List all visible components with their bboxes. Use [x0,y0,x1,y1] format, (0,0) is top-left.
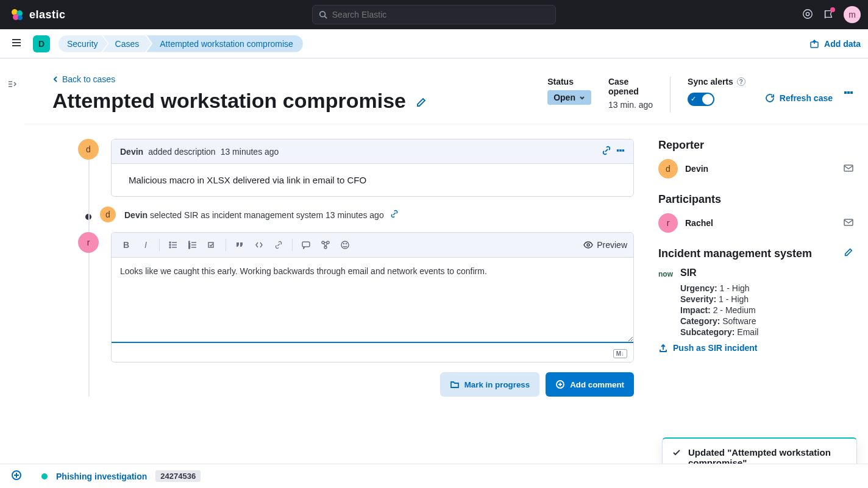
search-wrap [73,5,795,24]
help-icon[interactable] [802,9,813,21]
eye-icon [583,240,593,250]
status-dropdown[interactable]: Open [547,90,591,105]
svg-text:3: 3 [188,246,190,249]
toolbar-divider [226,239,226,251]
ims-details: SIR Urgency: 1 - High Severity: 1 - High… [680,267,758,338]
status-block: Status Open [547,77,591,105]
avatar: r [78,232,99,253]
list-ul-icon [169,241,177,249]
copy-link-button[interactable] [602,146,611,157]
ims-heading-text: Incident management system [658,247,812,260]
comment-editor: B I 123 [111,232,634,362]
refresh-case-button[interactable]: Refresh case [765,93,833,103]
mark-in-progress-button[interactable]: Mark in progress [440,372,539,397]
user-avatar[interactable]: m [844,6,861,23]
svg-rect-19 [619,149,622,152]
secondbar: D Security Cases Attempted workstation c… [0,29,868,58]
breadcrumb-current: Attempted workstation compromise [146,35,303,52]
chevron-down-icon [579,94,585,101]
ul-button[interactable] [165,236,182,253]
mark-label: Mark in progress [464,380,530,389]
comment-button[interactable] [297,236,315,253]
sync-toggle[interactable]: ✓ [688,93,714,106]
time-text: 13 minutes ago [221,147,279,157]
svg-rect-17 [850,91,853,94]
nav-toggle-button[interactable] [7,34,26,54]
bold-button[interactable]: B [118,236,135,253]
action-text: added description [148,147,216,157]
reporter-section: Reporter d Devin [658,139,853,179]
search-input[interactable] [332,10,549,19]
status-label: Status [547,77,591,87]
svg-point-39 [344,244,344,244]
quote-icon [235,241,244,249]
timeline-item-description: d Devin added description 13 minutes ago [52,139,634,197]
add-data-button[interactable]: Add data [809,39,861,49]
breadcrumbs: Security Cases Attempted workstation com… [59,35,303,52]
card-header: Devin added description 13 minutes ago [112,140,633,164]
svg-line-5 [324,16,327,19]
edit-ims-button[interactable] [844,247,853,260]
upload-icon [658,343,668,353]
participant-row: r Rachel [658,213,853,233]
participants-heading: Participants [658,193,853,206]
svg-rect-20 [622,149,625,152]
link-button[interactable] [270,236,287,253]
breadcrumb-security[interactable]: Security [59,35,108,52]
checklist-button[interactable] [204,236,221,253]
sync-help-icon[interactable]: ? [737,77,745,86]
edit-title-button[interactable] [416,89,427,113]
refresh-label: Refresh case [780,93,833,103]
quote-button[interactable] [231,236,248,253]
emoji-icon [341,241,349,249]
brand-logo[interactable]: elastic [10,7,66,22]
push-label: Push as SIR incident [673,343,757,353]
user-name: Devin [120,147,143,157]
svg-rect-15 [844,91,847,94]
svg-point-23 [169,244,171,246]
space-selector[interactable]: D [33,35,50,52]
card-menu-button[interactable] [616,146,625,157]
ims-severity: Severity: 1 - High [680,294,758,304]
avatar: d [100,207,116,222]
code-button[interactable] [251,236,268,253]
push-incident-button[interactable]: Push as SIR incident [658,343,757,353]
comment-textarea[interactable] [112,258,633,343]
opened-block: Case opened 13 min. ago [608,77,653,110]
copy-link-button[interactable] [390,210,399,220]
ims-heading: Incident management system [658,247,853,260]
opened-value: 13 min. ago [608,100,653,110]
breadcrumb-cases[interactable]: Cases [103,35,152,52]
folder-icon [450,380,460,389]
email-participant-button[interactable] [844,217,853,229]
news-icon[interactable] [823,9,834,21]
card-body: Malicious macro in XLSX delivered via li… [112,164,633,196]
topbar: elastic m [0,0,868,29]
servicenow-logo-icon: now [658,270,673,338]
participant-name: Rachel [685,218,713,228]
ims-block: now SIR Urgency: 1 - High Severity: 1 - … [658,267,853,338]
back-to-cases-link[interactable]: Back to cases [52,74,115,84]
header-meta: Status Open Case opened 13 min. ago Sync… [547,74,745,113]
emoji-button[interactable] [336,236,354,253]
italic-button[interactable]: I [137,236,154,253]
pencil-icon [844,247,853,257]
email-reporter-button[interactable] [844,163,853,175]
list-ol-icon: 123 [188,241,197,249]
preview-button[interactable]: Preview [583,240,627,250]
comment-icon [302,241,310,249]
ims-impact: Impact: 2 - Medium [680,305,758,315]
avatar: r [658,213,678,233]
expand-rail-button[interactable] [7,79,17,445]
pencil-icon [416,97,427,108]
ol-button[interactable]: 123 [184,236,201,253]
checklist-icon [208,241,216,249]
graph-button[interactable] [317,236,334,253]
case-actions-menu[interactable] [844,88,853,99]
markdown-badge: M↓ [613,349,627,358]
code-icon [255,241,263,249]
add-comment-button[interactable]: Add comment [546,372,634,397]
global-search[interactable] [312,5,556,24]
case-header: Back to cases Attempted workstation comp… [24,58,868,124]
side-column: Reporter d Devin Participants r Rach [658,139,853,397]
